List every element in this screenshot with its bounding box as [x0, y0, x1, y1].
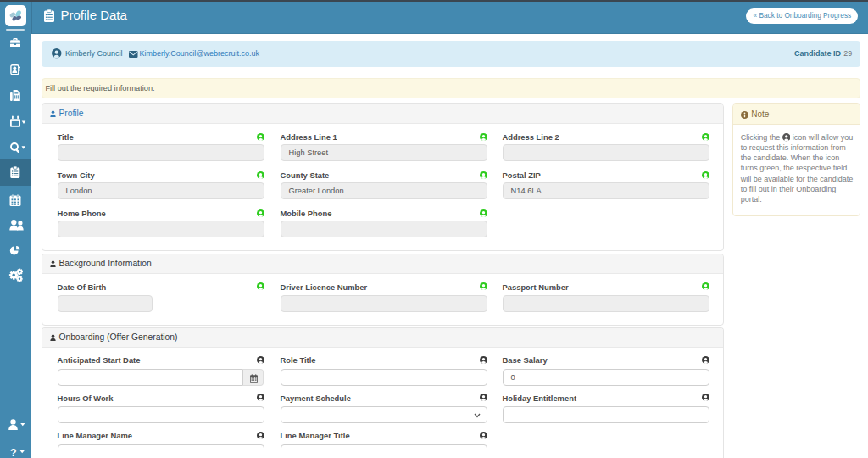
svg-text:?: ?	[10, 447, 17, 458]
